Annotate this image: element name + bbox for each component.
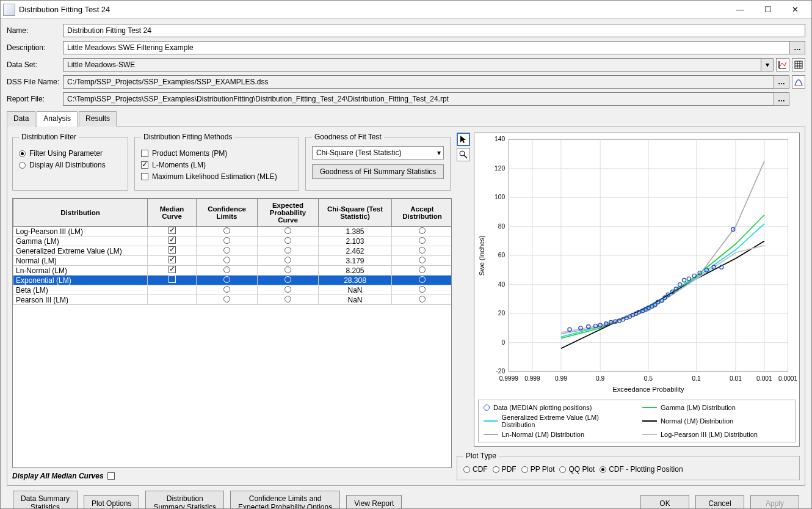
confidence-radio[interactable] [223,266,230,273]
table-row[interactable]: Pearson III (LM)NaN [13,295,452,305]
cancel-button[interactable]: Cancel [695,495,744,509]
plot-type-cdf[interactable] [463,466,470,473]
expected-radio[interactable] [285,266,291,273]
col-distribution[interactable]: Distribution [13,199,148,227]
description-browse-button[interactable]: … [789,41,805,54]
accept-radio[interactable] [419,286,426,293]
dataset-dropdown-arrow[interactable]: ▾ [761,58,774,71]
distribution-summary-button[interactable]: DistributionSummary Statistics [145,491,224,509]
close-button[interactable]: ✕ [781,1,809,19]
report-input[interactable] [63,92,774,106]
view-report-button[interactable]: View Report [346,495,402,509]
description-label: Description: [7,43,63,52]
tab-data[interactable]: Data [7,111,35,126]
plot-type-pdf[interactable] [493,466,499,473]
gof-test-select[interactable]: Chi-Square (Test Statistic) ▾ [312,146,444,159]
ok-button[interactable]: OK [640,495,689,509]
chart[interactable]: 0.99990.9990.990.90.50.10.010.0010.0001-… [474,133,800,447]
tab-analysis[interactable]: Analysis [37,111,78,126]
table-icon[interactable] [792,58,805,71]
plot-type-pp[interactable] [521,466,528,473]
fitting-methods-group: Distribution Fitting Methods Product Mom… [134,133,299,191]
confidence-radio[interactable] [223,247,230,254]
dist-name: Pearson III (LM) [13,295,148,305]
expected-radio[interactable] [285,296,291,302]
svg-line-7 [464,155,467,158]
confidence-radio[interactable] [223,296,230,302]
titlebar: Distribution Fitting Test 24 — ☐ ✕ [1,1,811,19]
expected-radio[interactable] [285,247,291,254]
name-label: Name: [7,26,63,35]
expected-radio[interactable] [285,276,291,283]
confidence-radio[interactable] [223,276,230,283]
accept-radio[interactable] [419,276,426,283]
legend-marker-data [484,405,490,411]
distribution-icon[interactable] [792,75,805,89]
table-row[interactable]: Generalized Extreme Value (LM)2.462 [13,246,452,256]
accept-radio[interactable] [419,247,426,254]
dist-name: Generalized Extreme Value (LM) [13,246,148,256]
display-all-distributions-label: Display All Distributions [29,161,106,169]
maximize-button[interactable]: ☐ [754,1,781,19]
pm-checkbox[interactable] [141,150,148,157]
plot-icon[interactable] [776,58,789,71]
table-row[interactable]: Gamma (LM)2.103 [13,236,452,246]
expected-radio[interactable] [285,237,291,244]
confidence-limits-button[interactable]: Confidence Limits andExpected Probabilit… [230,491,340,509]
tab-results[interactable]: Results [79,111,117,126]
confidence-radio[interactable] [223,257,230,263]
gof-summary-button[interactable]: Goodness of Fit Summary Statistics [312,164,444,179]
lm-checkbox[interactable] [141,161,148,169]
accept-radio[interactable] [419,257,426,263]
table-row[interactable]: Exponential (LM)28.308 [13,276,452,285]
median-checkbox[interactable] [169,246,176,254]
plot-type-qq[interactable] [559,466,566,473]
median-checkbox[interactable] [169,256,176,263]
table-row[interactable]: Ln-Normal (LM)8.205 [13,266,452,276]
expected-radio[interactable] [285,227,291,234]
dataset-select[interactable] [63,58,761,71]
content: Name: Description: … Data Set: ▾ DSS Fil… [1,19,811,509]
median-checkbox[interactable] [169,236,176,244]
col-chi[interactable]: Chi-Square (Test Statistic) [319,199,392,227]
display-all-distributions-radio[interactable] [19,162,26,169]
svg-text:Swe (Inches): Swe (Inches) [478,235,485,276]
table-row[interactable]: Beta (LM)NaN [13,285,452,295]
display-all-median-checkbox[interactable] [107,472,115,480]
mle-checkbox[interactable] [141,173,148,180]
expected-radio[interactable] [285,257,291,263]
median-checkbox[interactable] [169,227,176,234]
name-input[interactable] [63,24,805,37]
plot-type-legend: Plot Type [463,452,499,460]
dssfile-input[interactable] [63,75,774,89]
plot-type-cdfpp[interactable] [600,466,606,473]
table-row[interactable]: Log-Pearson III (LM)1.385 [13,227,452,236]
col-median[interactable]: Median Curve [148,199,197,227]
legend-swatch-lnnormal [484,434,498,435]
accept-radio[interactable] [419,266,426,273]
accept-radio[interactable] [419,237,426,244]
confidence-radio[interactable] [223,227,230,234]
dssfile-browse-button[interactable]: … [774,75,789,89]
filter-using-parameter-radio[interactable] [19,150,26,157]
apply-button[interactable]: Apply [750,495,799,509]
median-checkbox[interactable] [169,276,176,283]
accept-radio[interactable] [419,296,426,302]
legend-swatch-normal [642,420,657,422]
pointer-tool[interactable] [457,133,470,146]
median-checkbox[interactable] [169,266,176,273]
confidence-radio[interactable] [223,286,230,293]
description-input[interactable] [63,41,790,54]
confidence-radio[interactable] [223,237,230,244]
table-row[interactable]: Normal (LM)3.179 [13,256,452,266]
minimize-button[interactable]: — [727,1,754,19]
expected-radio[interactable] [285,286,291,293]
col-accept[interactable]: Accept Distribution [392,199,452,227]
col-expected[interactable]: Expected Probability Curve [258,199,319,227]
data-summary-button[interactable]: Data SummaryStatistics [13,491,78,509]
col-confidence[interactable]: Confidence Limits [197,199,258,227]
report-browse-button[interactable]: … [774,92,789,106]
accept-radio[interactable] [419,227,426,234]
plot-options-button[interactable]: Plot Options [84,495,139,509]
zoom-tool[interactable] [457,148,470,161]
